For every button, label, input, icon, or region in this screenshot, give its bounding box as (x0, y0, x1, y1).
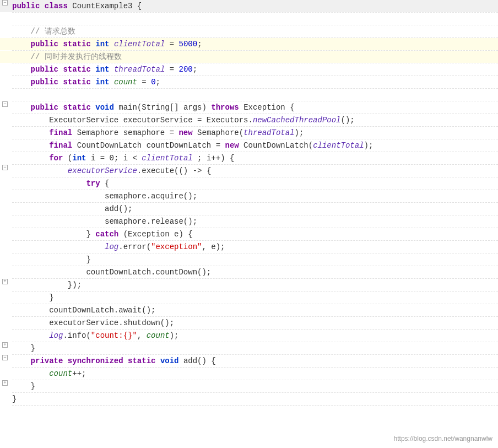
line-content: executorService.shutdown(); (10, 317, 494, 329)
code-container: −public class CountExample3 { // 请求总数 pu… (0, 0, 498, 448)
line-content: } catch (Exception e) { (10, 228, 494, 240)
code-line: public static int clientTotal = 5000; (0, 38, 498, 50)
code-line: } catch (Exception e) { (0, 228, 498, 240)
code-line: add(); (0, 203, 498, 215)
code-line: ExecutorService executorService = Execut… (0, 114, 498, 126)
code-line (0, 89, 498, 101)
line-content: final CountDownLatch countDownLatch = ne… (10, 139, 494, 152)
code-lines: −public class CountExample3 { // 请求总数 pu… (0, 0, 498, 406)
line-divider (12, 405, 498, 406)
code-line: + } (0, 342, 498, 354)
line-content: final Semaphore semaphore = new Semaphor… (10, 127, 494, 139)
code-line: for (int i = 0; i < clientTotal ; i++) { (0, 152, 498, 164)
code-line (0, 13, 498, 25)
line-content: count++; (10, 368, 494, 380)
code-line: −public class CountExample3 { (0, 0, 498, 12)
code-line: // 同时并发执行的线程数 (0, 51, 498, 63)
line-content: public static int clientTotal = 5000; (10, 38, 494, 50)
code-line: public static int threadTotal = 200; (0, 63, 498, 75)
line-content: public static int threadTotal = 200; (10, 63, 494, 75)
line-content: } (10, 292, 494, 304)
watermark: https://blog.csdn.net/wangnanwlw (394, 435, 492, 442)
line-content: // 请求总数 (10, 25, 494, 37)
line-content: } (10, 393, 494, 405)
line-gutter[interactable]: + (0, 279, 10, 284)
line-content: public static int count = 0; (10, 76, 494, 88)
line-gutter[interactable]: + (0, 380, 10, 386)
line-content: }); (10, 279, 494, 291)
line-content: try { (10, 177, 494, 190)
code-line: − private synchronized static void add()… (0, 355, 498, 367)
code-line: + } (0, 380, 498, 392)
line-content: private synchronized static void add() { (10, 355, 494, 367)
code-line: − public static void main(String[] args)… (0, 101, 498, 114)
line-gutter[interactable]: + (0, 342, 10, 348)
line-content: for (int i = 0; i < clientTotal ; i++) { (10, 152, 494, 164)
line-content: countDownLatch.await(); (10, 304, 494, 316)
line-content: } (10, 342, 494, 354)
line-content: executorService.execute(() -> { (10, 165, 494, 177)
code-line: } (0, 393, 498, 405)
code-line: } (0, 253, 498, 266)
code-line: countDownLatch.await(); (0, 304, 498, 316)
line-content: semaphore.release(); (10, 215, 494, 228)
line-content: semaphore.acquire(); (10, 190, 494, 202)
code-line: log.error("exception", e); (0, 241, 498, 253)
line-content: log.info("count:{}", count); (10, 330, 494, 342)
code-line: count++; (0, 368, 498, 380)
line-content: add(); (10, 203, 494, 215)
code-line: semaphore.release(); (0, 215, 498, 228)
line-content: } (10, 253, 494, 266)
line-gutter[interactable]: − (0, 355, 10, 360)
line-content: countDownLatch.countDown(); (10, 266, 494, 278)
code-line: semaphore.acquire(); (0, 190, 498, 202)
line-content: log.error("exception", e); (10, 241, 494, 253)
code-line: final Semaphore semaphore = new Semaphor… (0, 127, 498, 139)
code-line: countDownLatch.countDown(); (0, 266, 498, 278)
line-content: public class CountExample3 { (10, 0, 494, 12)
code-line: executorService.shutdown(); (0, 317, 498, 329)
code-line: public static int count = 0; (0, 76, 498, 88)
code-line: } (0, 292, 498, 304)
code-line: try { (0, 177, 498, 190)
code-line: final CountDownLatch countDownLatch = ne… (0, 139, 498, 152)
line-content: public static void main(String[] args) t… (10, 101, 494, 114)
code-line: log.info("count:{}", count); (0, 330, 498, 342)
line-content: // 同时并发执行的线程数 (10, 51, 494, 63)
line-content: } (10, 380, 494, 392)
code-line: + }); (0, 279, 498, 291)
line-gutter[interactable]: − (0, 101, 10, 107)
line-gutter[interactable]: − (0, 165, 10, 170)
line-content: ExecutorService executorService = Execut… (10, 114, 494, 126)
code-line: − executorService.execute(() -> { (0, 165, 498, 177)
line-gutter[interactable]: − (0, 0, 10, 6)
code-line: // 请求总数 (0, 25, 498, 37)
